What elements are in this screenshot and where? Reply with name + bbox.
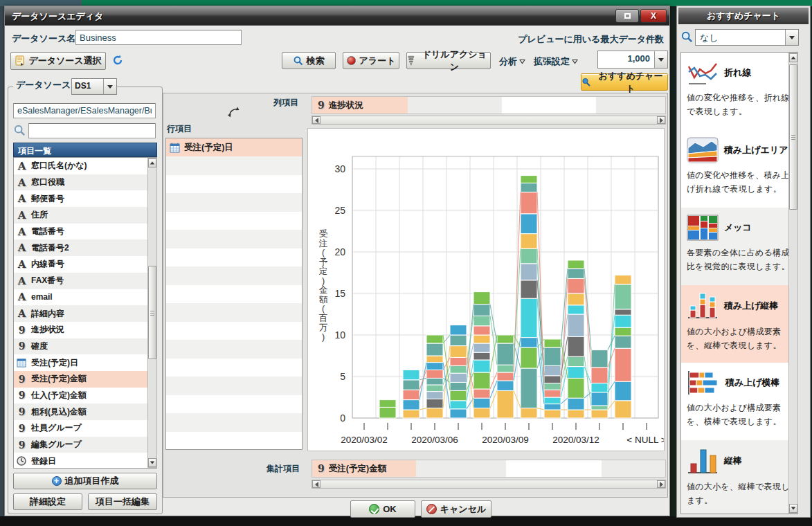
field-list: A窓口氏名(かな)A窓口役職A郵便番号A住所A電話番号A電話番号2A内線番号AF… xyxy=(13,157,157,469)
field-item[interactable]: 9粗利(見込)金額 xyxy=(14,403,156,420)
aggregate-scrollbar[interactable] xyxy=(312,480,666,489)
scroll-left-button[interactable] xyxy=(312,116,321,124)
svg-text:< NULL >: < NULL > xyxy=(626,435,664,445)
alert-button[interactable]: アラート xyxy=(343,52,399,69)
chart-type-card-mekko[interactable]: メッコ各要素の全体に占める構成比を視覚的に表現します。 xyxy=(681,208,797,285)
row-items-empty-rows xyxy=(166,156,302,450)
field-item[interactable]: 9社員グループ xyxy=(14,420,156,437)
scroll-right-button[interactable] xyxy=(657,480,665,488)
text-field-icon: A xyxy=(17,242,27,254)
scrollbar-thumb[interactable] xyxy=(148,266,156,359)
field-item-label: 住所 xyxy=(31,209,48,221)
chart-type-description: 各要素の全体に占める構成比を視覚的に表現します。 xyxy=(687,246,792,274)
scroll-down-button[interactable] xyxy=(789,504,797,513)
chart-list-scrollbar[interactable] xyxy=(788,53,798,514)
field-item[interactable]: 9編集グループ xyxy=(14,437,156,453)
field-item[interactable]: A郵便番号 xyxy=(14,190,156,207)
field-item[interactable]: A住所 xyxy=(14,207,156,224)
field-item[interactable]: Aemail xyxy=(14,289,156,306)
analysis-menu[interactable]: 分析 xyxy=(499,55,525,68)
extended-settings-menu[interactable]: 拡張設定 xyxy=(534,55,578,68)
chart-type-card-column[interactable]: 縦棒値の大小を、縦棒で表現します。 xyxy=(681,440,797,514)
field-search-input[interactable] xyxy=(28,123,156,138)
text-field-icon: A xyxy=(17,192,27,205)
dropdown-arrow-button[interactable] xyxy=(103,79,116,94)
aggregate-item-chip[interactable]: 9 受注(予定)金額 xyxy=(312,460,416,477)
scrollbar-thumb[interactable] xyxy=(789,64,797,210)
field-item[interactable]: 9仕入(予定)金額 xyxy=(14,388,156,404)
field-item[interactable]: 登録日 xyxy=(14,453,156,469)
chart-type-card-stacked-bar[interactable]: 積み上げ横棒値の大小および構成要素を、横棒で表現します。 xyxy=(681,363,797,440)
datasource-name-input[interactable] xyxy=(75,30,242,45)
refresh-icon[interactable] xyxy=(111,54,124,66)
scroll-up-button[interactable] xyxy=(789,53,797,62)
dropdown-arrow-button[interactable] xyxy=(785,30,798,45)
field-list-scrollbar[interactable] xyxy=(147,158,157,468)
restore-button[interactable] xyxy=(615,9,639,23)
chart-type-card-stacked-area[interactable]: 積み上げエリア値の変化や推移を、積み上げ折れ線で表現します。 xyxy=(681,130,797,208)
field-item[interactable]: A内線番号 xyxy=(14,256,156,273)
field-item[interactable]: A電話番号 xyxy=(14,224,156,240)
scroll-right-button[interactable] xyxy=(657,116,665,124)
triangle-left-icon xyxy=(315,118,318,123)
field-item-label: 編集グループ xyxy=(31,439,82,451)
column-item-slot[interactable] xyxy=(502,97,596,114)
ds-selector-dropdown[interactable]: DS1 xyxy=(71,78,117,95)
field-item-label: 受注(予定)金額 xyxy=(31,373,87,385)
datasource-path-input[interactable] xyxy=(13,103,156,118)
search-button[interactable]: 検索 xyxy=(282,52,336,69)
triangle-left-icon xyxy=(315,482,318,487)
number-field-icon: 9 xyxy=(17,423,27,434)
chart-type-name: メッコ xyxy=(724,221,752,234)
datasource-select-button[interactable]: データソース選択 xyxy=(10,52,106,70)
title-bar[interactable]: データソースエディタ X xyxy=(5,6,669,26)
row-item-chip[interactable]: 受注(予定)日 xyxy=(166,138,302,156)
chart-type-card-line[interactable]: 折れ線値の変化や推移を、折れ線で表現します。 xyxy=(681,53,797,130)
bulk-edit-button[interactable]: 項目一括編集 xyxy=(88,493,157,510)
cancel-button[interactable]: キャンセル xyxy=(421,500,491,518)
field-item[interactable]: 9進捗状況 xyxy=(14,322,156,338)
field-item-label: 電話番号 xyxy=(31,226,64,237)
svg-text:2020/03/09: 2020/03/09 xyxy=(482,435,529,445)
field-item[interactable]: AFAX番号 xyxy=(14,273,156,289)
dropdown-arrow-button[interactable] xyxy=(654,51,667,68)
add-field-button[interactable]: + 追加項目作成 xyxy=(13,473,157,489)
svg-text:30: 30 xyxy=(334,163,345,174)
column-item-chip[interactable]: 9 進捗状況 xyxy=(312,97,408,114)
field-item[interactable]: 9受注(予定)金額 xyxy=(14,371,156,388)
scroll-left-button[interactable] xyxy=(312,480,321,488)
detail-settings-button[interactable]: 詳細設定 xyxy=(13,493,82,510)
field-item[interactable]: A窓口氏名(かな) xyxy=(14,158,156,174)
close-button[interactable]: X xyxy=(640,9,667,23)
calendar-icon xyxy=(170,143,180,153)
window-title: データソースエディタ xyxy=(12,10,103,23)
field-item-label: 受注(予定)日 xyxy=(31,357,78,369)
ok-button[interactable]: OK xyxy=(350,500,415,518)
field-item[interactable]: A窓口役職 xyxy=(14,174,156,191)
search-icon xyxy=(14,125,26,136)
field-item-label: 登録日 xyxy=(31,455,56,467)
empty-row-slot xyxy=(166,230,302,248)
field-item[interactable]: A電話番号2 xyxy=(14,239,156,256)
chart-search-dropdown[interactable]: なし xyxy=(695,29,799,46)
aggregate-item-slot[interactable] xyxy=(506,460,602,477)
drill-action-button[interactable]: ドリルアクション xyxy=(406,52,491,69)
field-item[interactable]: 受注(予定)日 xyxy=(14,354,156,371)
scroll-up-button[interactable] xyxy=(148,158,156,167)
triangle-down-icon xyxy=(791,507,795,510)
field-item[interactable]: A詳細内容 xyxy=(14,305,156,322)
column-scrollbar[interactable] xyxy=(312,116,666,125)
field-item-label: email xyxy=(31,292,53,302)
scroll-down-button[interactable] xyxy=(148,458,156,467)
empty-row-slot xyxy=(166,266,302,285)
triangle-up-icon xyxy=(150,162,154,165)
chart-type-card-stacked-column[interactable]: 積み上げ縦棒値の大小および構成要素を、縦棒で表現します。 xyxy=(681,285,797,363)
chart-type-description: 値の大小を、縦棒で表現します。 xyxy=(687,480,792,508)
preview-max-label: プレビューに用いる最大データ件数 xyxy=(518,33,664,46)
text-field-icon: A xyxy=(17,307,27,320)
preview-count-dropdown[interactable]: 1,000 xyxy=(597,51,668,69)
recommend-chart-button[interactable]: おすすめチャート xyxy=(581,73,668,91)
field-item[interactable]: 9確度 xyxy=(14,338,156,355)
preview-count-value: 1,000 xyxy=(598,51,654,68)
swap-axes-icon[interactable] xyxy=(226,105,242,120)
